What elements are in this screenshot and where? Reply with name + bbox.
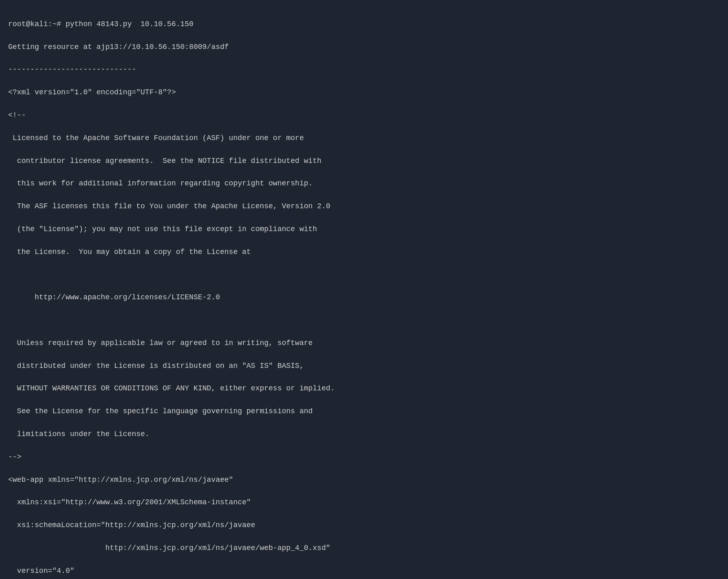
line-12: http://www.apache.org/licenses/LICENSE-2… bbox=[8, 293, 220, 301]
line-3: <?xml version="1.0" encoding="UTF-8"?> bbox=[8, 88, 176, 96]
line-9: (the "License"); you may not use this fi… bbox=[8, 225, 317, 233]
line-10: the License. You may obtain a copy of th… bbox=[8, 248, 251, 256]
line-18: limitations under the License. bbox=[8, 430, 150, 438]
line-8: The ASF licenses this file to You under … bbox=[8, 202, 331, 210]
line-20: <web-app xmlns="http://xmlns.jcp.org/xml… bbox=[8, 476, 233, 484]
line-24: version="4.0" bbox=[8, 567, 74, 575]
terminal-output: root@kali:~# python 48143.py 10.10.56.15… bbox=[8, 7, 720, 579]
line-14: Unless required by applicable law or agr… bbox=[8, 339, 313, 347]
line-4: <!-- bbox=[8, 111, 26, 119]
cmd-line: root@kali:~# python 48143.py 10.10.56.15… bbox=[8, 20, 194, 28]
line-7: this work for additional information reg… bbox=[8, 179, 313, 187]
line-23: http://xmlns.jcp.org/xml/ns/javaee/web-a… bbox=[8, 544, 331, 552]
line-5: Licensed to the Apache Software Foundati… bbox=[8, 134, 304, 142]
line-6: contributor license agreements. See the … bbox=[8, 157, 322, 165]
line-19: --> bbox=[8, 453, 21, 461]
line-21: xmlns:xsi="http://www.w3.org/2001/XMLSch… bbox=[8, 498, 251, 506]
line-17: See the License for the specific languag… bbox=[8, 407, 313, 415]
line-15: distributed under the License is distrib… bbox=[8, 362, 304, 370]
line-22: xsi:schemaLocation="http://xmlns.jcp.org… bbox=[8, 521, 255, 529]
line-2: ----------------------------- bbox=[8, 65, 136, 73]
line-16: WITHOUT WARRANTIES OR CONDITIONS OF ANY … bbox=[8, 384, 335, 392]
line-1: Getting resource at ajp13://10.10.56.150… bbox=[8, 43, 229, 51]
